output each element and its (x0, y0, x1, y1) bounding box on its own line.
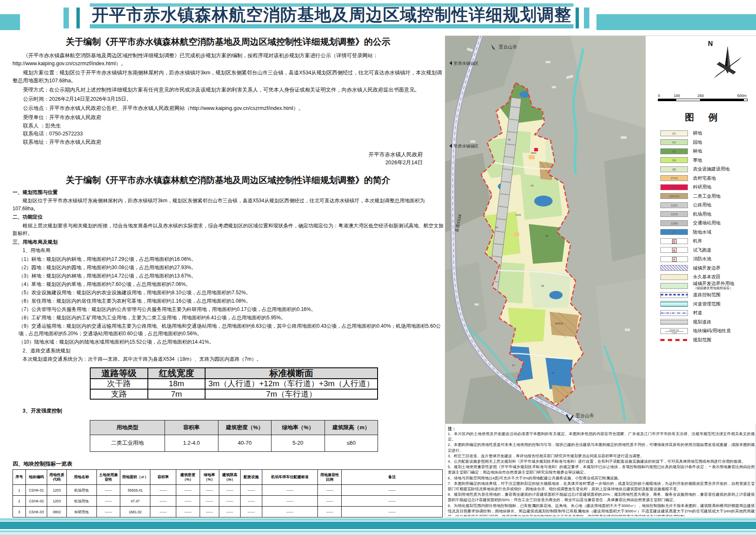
announcement-paragraph: 公示地点：开平市赤水镇人民政府公告栏、开平市赤水镇人民政府网站（http://w… (13, 104, 444, 112)
header-deco-right-bar2 (584, 8, 589, 28)
legend-item: 1202 公路用地 (660, 201, 755, 210)
legend-item-label: 机库 (693, 238, 702, 243)
land-use-item: （2）园地：规划区内的园地，用地面积约30.08公顷，占总用地面积的27.93%… (18, 264, 444, 272)
table-cell: 18m (148, 379, 205, 389)
legend-item: 1203 机场用地 (660, 210, 755, 219)
land-use-item: （7）公共管理与公共服务用地：规划区内的公共管理与公共服务用地主要为科研用地，用… (18, 306, 444, 313)
map-svg: 020104 030617 10010208021203 17 至台山市 至赤水… (445, 36, 646, 424)
announcement-paragraph: 受理方式：在公示期内凡对上述控制性详细规划方案有任何意见的市民或涉及该规划方案的… (13, 86, 444, 94)
table-cell: —— (176, 485, 200, 496)
legend-swatch (660, 310, 688, 316)
legend-swatch (660, 265, 688, 271)
notes-list: 1、本片区内的土地使用及开发建设活动必须遵守本图则的有关规定。本图则未包括的内容… (448, 431, 755, 516)
table-cell: CSHK-01 (25, 485, 47, 496)
legend-item-label: 园地 (693, 140, 702, 145)
legend-item-label: 林地 (693, 148, 702, 153)
table-header-cell: 土地使用兼容性 (96, 470, 120, 485)
legend-item: 库 机库 (660, 237, 755, 246)
svg-text:至赤水镇镇区: 至赤水镇镇区 (454, 144, 479, 148)
table-header-cell: 建筑限高（m） (219, 470, 240, 485)
table-header-cell: 地块编码 (25, 470, 47, 485)
table-row: 次干路18m3m（人行道）+12m（车行道）+3m（人行道） (90, 379, 378, 389)
legend-item-label: 规划道路 (693, 319, 711, 324)
signature-block: 开平市赤水镇人民政府 2026年2月14日 (13, 150, 444, 166)
land-use-list: （1）耕地：规划区内的耕地，用地面积约17.29公顷，占总用地面积的16.06%… (13, 255, 444, 346)
table-cell: —— (96, 507, 120, 517)
legend-item-label: 城镇开发边界外用地 (693, 281, 734, 286)
table-row: 3CSHK-030802科研用地——1681.02———————————————… (13, 507, 443, 517)
header-deco-right-bar1 (576, 8, 579, 28)
table-cell: 1681.02 (120, 507, 150, 517)
table-cell: —— (342, 507, 443, 517)
land-use-title: 1、用地布局 (23, 247, 444, 255)
road-standard-table: 道路等级红线宽度标准横断面 次干路18m3m（人行道）+12m（车行道）+3m（… (90, 367, 378, 400)
note-item: 2、本图则所确定的用地性质是对未来土地使用的控制与引导，现状已建的合法建筑与本图… (448, 442, 755, 453)
table-cell: 7m（车行道） (205, 389, 378, 400)
svg-text:1203: 1203 (515, 214, 521, 216)
land-use-item: （3）林地：规划区内的林地，用地面积约14.72公顷，占总用地面积的13.67%… (18, 272, 444, 280)
legend-swatch-code: 0703 (671, 176, 678, 180)
table-cell: —— (262, 496, 318, 507)
legend-item: 17 陆地水域 (660, 228, 755, 237)
svg-text:04: 04 (495, 226, 498, 229)
legend-swatch-code: 02 (672, 140, 676, 144)
svg-text:至台山市: 至台山市 (499, 44, 517, 49)
legend-item: 06 农业设施建设用地 (660, 165, 755, 174)
land-use-item: （8）工矿用地：规划区内的工矿用地为工业用地，主要为二类工业用地，用地面积约6.… (18, 314, 444, 322)
legend-item: 永久基本农田 (660, 273, 755, 282)
table-cell: —— (96, 485, 120, 496)
legend-item-label: 城镇开发边界 (693, 265, 720, 270)
legend-item: 城镇开发边界外用地 （城镇建设用地规模落实） (660, 282, 755, 291)
announcement-paragraph: 《开平市赤水镇森林航空消防基地及周边区域控制性详细规划调整》已完成初步规划方案的… (13, 52, 444, 68)
legend-item-label: 草地 (693, 158, 702, 163)
legend-swatch-code: 100102 (669, 194, 679, 198)
table-cell: —— (96, 517, 120, 518)
table-row: 支路7m7m（车行道） (90, 389, 378, 400)
note-item: 8、规划用地性质为居住用地的，兼容商业建筑的计容建筑面积不能超过总计容建筑面积的… (448, 492, 755, 503)
planning-map: 020104 030617 10010208021203 17 至台山市 至赤水… (445, 36, 646, 424)
table-cell: —— (241, 517, 262, 518)
legend-list: 01 耕地 02 园地 (660, 129, 755, 344)
legend-swatch: ※ (660, 256, 688, 262)
table-cell: 机场用地 (66, 485, 96, 496)
table-cell: —— (200, 485, 219, 496)
legend-item-label: 机场用地 (693, 211, 711, 217)
legend-item-label: 耕地 (693, 130, 702, 135)
land-use-item: （6）居住用地：规划区内的居住用地主要为农村宅基地，用地面积约1.16公顷，占总… (18, 297, 444, 305)
legend-swatch (660, 274, 688, 280)
table-cell: 0802 (47, 507, 66, 517)
table-cell: —— (318, 485, 342, 496)
table-cell: 40-70 (218, 435, 271, 452)
table-header-cell: 红线宽度 (148, 368, 205, 379)
table-cell: —— (318, 507, 342, 517)
legend-swatch: 1203 (660, 211, 688, 217)
legend-swatch: 1206 (660, 220, 688, 226)
table-cell: CSHK-02 (25, 496, 47, 507)
legend-swatch-code: ⊕ (672, 248, 677, 252)
road-plan-title: 2、道路交通系统规划 (23, 347, 444, 355)
table-cell: —— (200, 496, 219, 507)
table-row: 1CSHK-011203机场用地——55926.41——————————————… (13, 485, 443, 496)
legend-swatch-code: 0802 (671, 186, 678, 189)
table-cell: —— (262, 485, 318, 496)
note-item: 9、为细化规划范围内部分用地控制指标，已有权属的插花地、边角地、夹心地（建设用地… (448, 503, 755, 516)
legend-item-label: 永久基本农田 (693, 274, 720, 279)
table-cell: —— (318, 496, 342, 507)
table-cell: —— (150, 507, 176, 517)
legend-swatch: 02 (660, 139, 688, 145)
table-header-cell: 机动车停车位配建标准 (262, 470, 318, 485)
table-header-cell: 建筑限高（m） (325, 420, 378, 435)
table-cell: 1203 (47, 517, 66, 518)
legend-item-sublabel: （城镇建设用地规模落实） (693, 286, 734, 290)
footer-stripes (0, 518, 756, 535)
dev-intensity-title: 3、开发强度控制 (23, 407, 444, 415)
note-item: 5、规划土地使用兼容性参照《开平市城乡规划技术标准与准则》的规定要求，本规划中已… (448, 464, 755, 475)
legend-swatch-code: 1203 (671, 212, 678, 216)
header-banner: 开平市赤水镇森林航空消防基地及周边区域控制性详细规划调整 (0, 0, 756, 30)
legend-swatch: ⊕ (660, 247, 688, 253)
legend-swatch (660, 319, 688, 325)
intro-s3-title: 三、用地布局及规划 (13, 238, 444, 246)
legend-item-label: 村道 (693, 310, 702, 315)
table-cell: —— (176, 496, 200, 507)
note-item: 4、公共配套设施参照相关上层次规划和《开平市城乡规划技术标准与准则》进行设置，在… (448, 459, 755, 464)
